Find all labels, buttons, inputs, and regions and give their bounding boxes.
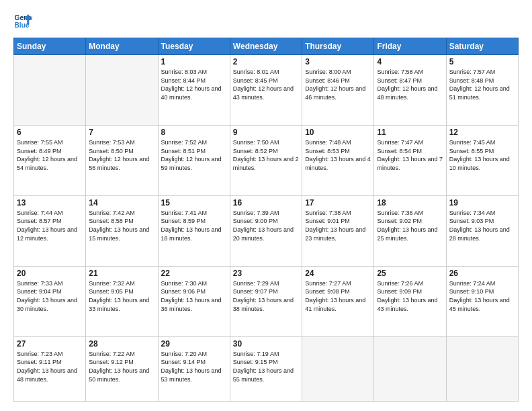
cell-details: Sunrise: 7:29 AMSunset: 9:07 PMDaylight:… [233,279,299,313]
day-number: 24 [305,269,371,278]
day-number: 29 [161,339,227,349]
calendar-cell: 28Sunrise: 7:22 AMSunset: 9:12 PMDayligh… [86,336,158,401]
cell-details: Sunrise: 7:55 AMSunset: 8:49 PMDaylight:… [17,138,83,172]
cell-details: Sunrise: 7:42 AMSunset: 8:58 PMDaylight:… [89,209,154,242]
calendar-cell [374,336,446,401]
day-number: 2 [233,57,299,66]
cell-details: Sunrise: 7:48 AMSunset: 8:53 PMDaylight:… [305,138,371,172]
cell-details: Sunrise: 7:20 AMSunset: 9:14 PMDaylight:… [161,350,227,383]
day-number: 30 [233,339,299,349]
cell-details: Sunrise: 7:45 AMSunset: 8:55 PMDaylight:… [449,138,515,172]
calendar-cell [14,55,86,126]
cell-details: Sunrise: 7:33 AMSunset: 9:04 PMDaylight:… [17,279,83,313]
cell-details: Sunrise: 8:03 AMSunset: 8:44 PMDaylight:… [161,68,227,101]
cell-details: Sunrise: 7:53 AMSunset: 8:50 PMDaylight:… [89,138,154,172]
day-number: 1 [161,57,227,66]
calendar-cell: 14Sunrise: 7:42 AMSunset: 8:58 PMDayligh… [86,195,158,266]
cell-details: Sunrise: 7:19 AMSunset: 9:15 PMDaylight:… [233,350,299,383]
calendar-cell: 5Sunrise: 7:57 AMSunset: 8:48 PMDaylight… [446,55,518,126]
weekday-header: Thursday [302,38,374,55]
weekday-header: Sunday [14,38,86,55]
day-number: 16 [233,198,299,208]
calendar-cell: 11Sunrise: 7:47 AMSunset: 8:54 PMDayligh… [374,125,446,195]
day-number: 17 [305,198,371,208]
calendar-cell: 16Sunrise: 7:39 AMSunset: 9:00 PMDayligh… [230,195,302,266]
day-number: 21 [89,269,154,278]
calendar-cell: 23Sunrise: 7:29 AMSunset: 9:07 PMDayligh… [230,266,302,336]
weekday-header: Tuesday [158,38,230,55]
calendar-cell: 15Sunrise: 7:41 AMSunset: 8:59 PMDayligh… [158,195,230,266]
cell-details: Sunrise: 8:01 AMSunset: 8:45 PMDaylight:… [233,68,299,101]
calendar-cell: 19Sunrise: 7:34 AMSunset: 9:03 PMDayligh… [446,195,518,266]
day-number: 23 [233,269,299,278]
day-number: 14 [89,198,154,208]
calendar-cell: 3Sunrise: 8:00 AMSunset: 8:46 PMDaylight… [302,55,374,126]
cell-details: Sunrise: 7:39 AMSunset: 9:00 PMDaylight:… [233,209,299,242]
cell-details: Sunrise: 7:36 AMSunset: 9:02 PMDaylight:… [377,209,443,242]
calendar-cell: 26Sunrise: 7:24 AMSunset: 9:10 PMDayligh… [446,266,518,336]
calendar-cell: 8Sunrise: 7:52 AMSunset: 8:51 PMDaylight… [158,125,230,195]
calendar-cell [86,55,158,126]
cell-details: Sunrise: 7:24 AMSunset: 9:10 PMDaylight:… [449,279,515,313]
weekday-header: Wednesday [230,38,302,55]
cell-details: Sunrise: 7:30 AMSunset: 9:06 PMDaylight:… [161,279,227,313]
day-number: 26 [449,269,515,278]
cell-details: Sunrise: 8:00 AMSunset: 8:46 PMDaylight:… [305,68,371,101]
day-number: 10 [305,128,371,137]
day-number: 5 [449,57,515,66]
cell-details: Sunrise: 7:26 AMSunset: 9:09 PMDaylight:… [377,279,443,313]
calendar-table: SundayMondayTuesdayWednesdayThursdayFrid… [13,38,519,402]
calendar-cell: 20Sunrise: 7:33 AMSunset: 9:04 PMDayligh… [14,266,86,336]
calendar-cell: 9Sunrise: 7:50 AMSunset: 8:52 PMDaylight… [230,125,302,195]
day-number: 28 [89,339,154,349]
day-number: 13 [17,198,83,208]
calendar-cell: 18Sunrise: 7:36 AMSunset: 9:02 PMDayligh… [374,195,446,266]
cell-details: Sunrise: 7:58 AMSunset: 8:47 PMDaylight:… [377,68,443,101]
page: General Blue SundayMondayTuesdayWednesda… [0,0,532,411]
cell-details: Sunrise: 7:22 AMSunset: 9:12 PMDaylight:… [89,350,154,383]
calendar-cell: 27Sunrise: 7:23 AMSunset: 9:11 PMDayligh… [14,336,86,401]
day-number: 22 [161,269,227,278]
calendar-cell [446,336,518,401]
weekday-header: Friday [374,38,446,55]
cell-details: Sunrise: 7:34 AMSunset: 9:03 PMDaylight:… [449,209,515,242]
calendar-cell: 17Sunrise: 7:38 AMSunset: 9:01 PMDayligh… [302,195,374,266]
cell-details: Sunrise: 7:52 AMSunset: 8:51 PMDaylight:… [161,138,227,172]
day-number: 12 [449,128,515,137]
calendar-cell: 12Sunrise: 7:45 AMSunset: 8:55 PMDayligh… [446,125,518,195]
calendar-cell: 29Sunrise: 7:20 AMSunset: 9:14 PMDayligh… [158,336,230,401]
day-number: 9 [233,128,299,137]
cell-details: Sunrise: 7:23 AMSunset: 9:11 PMDaylight:… [17,350,83,383]
calendar-cell [302,336,374,401]
cell-details: Sunrise: 7:27 AMSunset: 9:08 PMDaylight:… [305,279,371,313]
cell-details: Sunrise: 7:57 AMSunset: 8:48 PMDaylight:… [449,68,515,101]
day-number: 8 [161,128,227,137]
weekday-header: Saturday [446,38,518,55]
calendar-cell: 13Sunrise: 7:44 AMSunset: 8:57 PMDayligh… [14,195,86,266]
calendar-cell: 1Sunrise: 8:03 AMSunset: 8:44 PMDaylight… [158,55,230,126]
cell-details: Sunrise: 7:44 AMSunset: 8:57 PMDaylight:… [17,209,83,242]
calendar-cell: 24Sunrise: 7:27 AMSunset: 9:08 PMDayligh… [302,266,374,336]
day-number: 4 [377,57,443,66]
calendar-cell: 22Sunrise: 7:30 AMSunset: 9:06 PMDayligh… [158,266,230,336]
day-number: 20 [17,269,83,278]
calendar-cell: 7Sunrise: 7:53 AMSunset: 8:50 PMDaylight… [86,125,158,195]
logo: General Blue [13,12,32,31]
calendar-cell: 2Sunrise: 8:01 AMSunset: 8:45 PMDaylight… [230,55,302,126]
day-number: 25 [377,269,443,278]
day-number: 19 [449,198,515,208]
day-number: 3 [305,57,371,66]
calendar-cell: 21Sunrise: 7:32 AMSunset: 9:05 PMDayligh… [86,266,158,336]
day-number: 11 [377,128,443,137]
cell-details: Sunrise: 7:41 AMSunset: 8:59 PMDaylight:… [161,209,227,242]
day-number: 15 [161,198,227,208]
cell-details: Sunrise: 7:38 AMSunset: 9:01 PMDaylight:… [305,209,371,242]
cell-details: Sunrise: 7:32 AMSunset: 9:05 PMDaylight:… [89,279,154,313]
day-number: 18 [377,198,443,208]
day-number: 7 [89,128,154,137]
weekday-header: Monday [86,38,158,55]
calendar-cell: 30Sunrise: 7:19 AMSunset: 9:15 PMDayligh… [230,336,302,401]
calendar-cell: 10Sunrise: 7:48 AMSunset: 8:53 PMDayligh… [302,125,374,195]
cell-details: Sunrise: 7:47 AMSunset: 8:54 PMDaylight:… [377,138,443,172]
calendar-cell: 25Sunrise: 7:26 AMSunset: 9:09 PMDayligh… [374,266,446,336]
